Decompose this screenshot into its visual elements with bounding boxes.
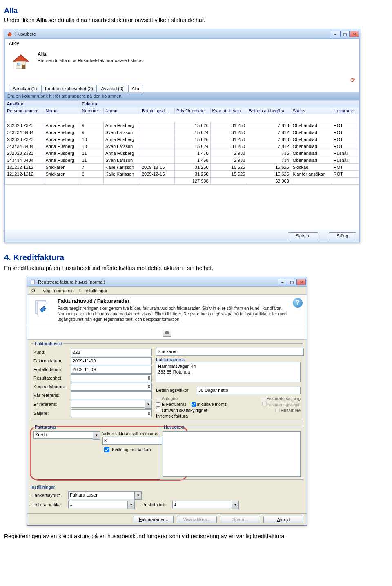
- table-row[interactable]: 343434-3434Anna Husberg9Sven Larsson15 6…: [5, 129, 359, 136]
- chk-autogiro[interactable]: Autogiro: [156, 396, 178, 401]
- col-namn2[interactable]: Namn: [103, 107, 140, 114]
- lbl-prislista-tid: Prislista tid:: [142, 502, 171, 507]
- kostnadsbarare-input[interactable]: [71, 383, 152, 391]
- titlebar[interactable]: Husarbete – ▢ ✕: [4, 29, 360, 39]
- chk-efaktureras[interactable]: E-Faktureras Inklusive moms Fakturerings…: [156, 402, 301, 407]
- menu-arkiv[interactable]: Arkiv: [9, 41, 19, 46]
- lbl-erreferens: Er referens:: [33, 402, 69, 407]
- refresh-icon[interactable]: ⟳: [350, 77, 355, 83]
- visa-faktura-button[interactable]: Visa faktura...: [177, 516, 217, 523]
- table-row[interactable]: 121212-1212Snickaren8Kalle Karlsson2009-…: [5, 171, 359, 178]
- group-by-bar[interactable]: Dra en kolumnrubrik hit för att gruppera…: [5, 92, 359, 100]
- blankettlayout-dropdown-button[interactable]: ▾: [134, 491, 142, 500]
- svg-marker-1: [13, 55, 28, 61]
- col-personnr[interactable]: Personnummer: [5, 107, 44, 114]
- fakturatyp-dropdown-button[interactable]: ▾: [93, 431, 100, 440]
- maximize-button-2[interactable]: ▢: [287, 279, 296, 285]
- content-title-2: Fakturahuvud / Fakturarader: [58, 298, 293, 304]
- prislista-tid-dropdown-button[interactable]: ▾: [232, 501, 239, 509]
- col-pris[interactable]: Pris för arbete: [174, 107, 210, 114]
- content-header-2: Fakturahuvud / Fakturarader Fakturaregis…: [27, 295, 307, 326]
- chk-husarbete[interactable]: Husarbete: [275, 408, 301, 413]
- lbl-prislista-artiklar: Prislista artiklar:: [31, 502, 67, 507]
- fakturadatum-input[interactable]: [71, 357, 152, 365]
- close-button[interactable]: ✕: [350, 31, 359, 37]
- fakturatyp-input[interactable]: [33, 431, 93, 439]
- addr-line2: 333 55 Rotunda: [158, 369, 298, 375]
- varreferens-input[interactable]: [71, 391, 152, 399]
- grouphdr-ansokan[interactable]: Ansökan: [5, 101, 80, 107]
- table-row[interactable]: 232323-2323Anna Husberg10Anna Husberg15 …: [5, 136, 359, 143]
- saljare-input[interactable]: [71, 409, 152, 417]
- search-button[interactable]: [163, 329, 172, 337]
- svg-rect-4: [17, 63, 20, 65]
- resultatenhet-input[interactable]: [71, 374, 152, 382]
- betvillkor-input[interactable]: [197, 387, 301, 394]
- help-icon[interactable]: ?: [293, 298, 303, 308]
- chk-omvand[interactable]: Omvänd skattskyldighet: [156, 408, 207, 413]
- menu-installningar[interactable]: Inställningar: [79, 288, 107, 293]
- col-nummer[interactable]: Nummer: [80, 107, 103, 114]
- chk-faktforsaljning[interactable]: Fakturaförsäljning: [261, 396, 301, 401]
- avbryt-button[interactable]: Avbryt: [263, 516, 303, 523]
- app-icon: [7, 31, 13, 37]
- txt-inhemsk: Inhemsk faktura: [156, 414, 301, 418]
- close-button-2[interactable]: ✕: [296, 279, 306, 285]
- tab-fordran[interactable]: Fordran skatteverket (2): [41, 85, 96, 92]
- titlebar-2[interactable]: Registrera faktura huvud (normal) – ▢ ✕: [27, 277, 307, 287]
- kredit-faktura-input[interactable]: [102, 437, 162, 445]
- fakturarader-button[interactable]: Fakturarader...: [134, 516, 174, 523]
- huvudtext-legend: Huvudtext: [163, 425, 185, 429]
- col-belopp[interactable]: Belopp att begära: [247, 107, 291, 114]
- doc-outro: Registreringen av en kreditfaktura på en…: [4, 533, 388, 539]
- table-row[interactable]: 343434-3434Anna Husberg10Sven Larsson15 …: [5, 143, 359, 150]
- grouphdr-faktura[interactable]: Faktura: [80, 101, 359, 107]
- doc-heading-alla: Alla: [4, 7, 388, 15]
- table-row[interactable]: 232323-2323Anna Husberg11Anna Husberg1 4…: [5, 150, 359, 157]
- erreferens-dropdown-button[interactable]: ▾: [145, 400, 152, 409]
- fakturaadress-link[interactable]: Fakturaadress: [156, 357, 185, 362]
- tab-alla[interactable]: Alla: [128, 85, 143, 92]
- maximize-button[interactable]: ▢: [340, 31, 350, 37]
- doc-intro-alla: Under fliken Alla ser du alla dina husar…: [4, 17, 388, 23]
- erreferens-input[interactable]: [71, 400, 145, 408]
- fakturahuvud-fieldset: Fakturahuvud Kund: Fakturadatum:: [31, 341, 303, 421]
- table-row[interactable]: 343434-3434Anna Husberg11Sven Larsson1 4…: [5, 157, 359, 164]
- table-row[interactable]: 121212-1212Snickaren7Kalle Karlsson2009-…: [5, 164, 359, 171]
- lbl-betvillkor: Betalningsvillkor:: [156, 388, 195, 393]
- forfallodatum-input[interactable]: [71, 366, 152, 374]
- svg-rect-3: [22, 65, 25, 69]
- installningar-link[interactable]: Inställningar: [31, 485, 303, 490]
- stang-button[interactable]: Stäng: [329, 232, 356, 239]
- skrivut-button[interactable]: Skriv ut: [288, 232, 318, 239]
- house-icon: [10, 51, 32, 71]
- col-betdat[interactable]: Betalningsd...: [140, 107, 174, 114]
- svg-rect-12: [166, 331, 169, 332]
- tab-avvisad[interactable]: Avvisad (0): [98, 85, 127, 92]
- spara-button[interactable]: Spara...: [220, 516, 260, 523]
- lbl-saljare: Säljare:: [33, 411, 69, 416]
- fakturaadress-box[interactable]: Hammarsvägen 44 333 55 Rotunda: [156, 362, 301, 382]
- minimize-button-2[interactable]: –: [278, 279, 287, 285]
- prislista-tid-input[interactable]: [172, 501, 232, 508]
- menu-ovrig[interactable]: Övrig information: [31, 288, 74, 293]
- blankettlayout-input[interactable]: [68, 491, 134, 499]
- lbl-varreferens: Vår referens:: [33, 393, 69, 398]
- lbl-fakturadatum: Fakturadatum:: [33, 358, 69, 363]
- kund-input[interactable]: [71, 349, 152, 356]
- kund-namn-display: [156, 348, 304, 356]
- minimize-button[interactable]: –: [331, 31, 340, 37]
- tab-ansokan[interactable]: Ansökan (1): [9, 85, 40, 92]
- col-namn1[interactable]: Namn: [44, 107, 80, 114]
- window-title-2: Registrera faktura huvud (normal): [38, 280, 105, 284]
- content-subtitle: Här ser du alla dina Husarbetsfakturor o…: [38, 58, 144, 63]
- prislista-artiklar-dropdown-button[interactable]: ▾: [127, 501, 135, 509]
- prislista-artiklar-input[interactable]: [68, 501, 127, 508]
- binoculars-icon: [164, 330, 170, 335]
- col-status[interactable]: Status: [291, 107, 332, 114]
- huvudtext-textarea[interactable]: [163, 431, 301, 477]
- table-row[interactable]: 232323-2323Anna Husberg9Anna Husberg15 6…: [5, 122, 359, 129]
- col-husarbete[interactable]: Husarbete: [332, 107, 359, 114]
- col-kvar[interactable]: Kvar att betala: [210, 107, 247, 114]
- svg-marker-0: [8, 32, 12, 36]
